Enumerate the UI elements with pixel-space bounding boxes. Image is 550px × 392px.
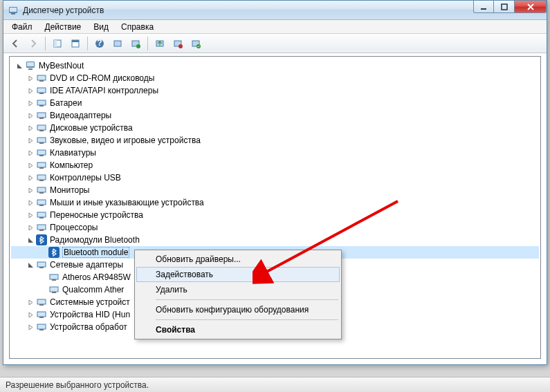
forward-button[interactable] <box>26 36 41 51</box>
computer-icon <box>25 60 36 71</box>
svg-rect-35 <box>39 155 44 156</box>
uninstall-button[interactable] <box>170 36 185 51</box>
toolbar-separator <box>87 37 88 50</box>
menu-help[interactable]: Справка <box>116 21 159 33</box>
device-category-icon <box>36 147 47 158</box>
show-hide-tree-button[interactable] <box>50 36 65 51</box>
expand-icon[interactable] <box>26 111 35 120</box>
svg-rect-28 <box>37 113 46 118</box>
toolbar-separator <box>45 37 46 50</box>
svg-rect-39 <box>39 180 44 181</box>
back-button[interactable] <box>8 36 23 51</box>
expand-icon[interactable] <box>26 174 35 182</box>
tree-category[interactable]: Компьютер <box>11 159 539 171</box>
context-menu-item[interactable]: Удалить <box>136 282 340 297</box>
expand-icon[interactable] <box>26 310 35 319</box>
tree-root[interactable]: MyBestNout <box>11 59 539 72</box>
svg-rect-22 <box>37 75 46 80</box>
context-menu-item[interactable]: Обновить конфигурацию оборудования <box>136 302 340 317</box>
enable-button[interactable] <box>188 36 203 51</box>
tree-category[interactable]: Мониторы <box>11 184 539 196</box>
tree-category[interactable]: Контроллеры USB <box>11 171 539 184</box>
device-icon <box>48 284 59 295</box>
tree-category[interactable]: Радиомодули Bluetooth <box>11 234 539 246</box>
svg-point-16 <box>178 44 183 48</box>
device-category-icon <box>36 309 47 320</box>
tree-category[interactable]: Батареи <box>11 97 539 109</box>
device-category-icon <box>36 209 47 221</box>
collapse-icon[interactable] <box>26 261 35 269</box>
minimize-button[interactable] <box>473 1 494 13</box>
menu-action[interactable]: Действие <box>39 21 87 33</box>
scan-hardware-button[interactable] <box>128 36 143 51</box>
expand-icon[interactable] <box>26 298 35 306</box>
properties-button[interactable] <box>68 36 83 51</box>
update-driver-button[interactable] <box>152 36 167 51</box>
app-icon <box>8 5 19 16</box>
help-button[interactable]: ? <box>92 36 107 51</box>
tree-category[interactable]: Процессоры <box>11 221 539 234</box>
context-menu-item[interactable]: Задействовать <box>136 267 340 282</box>
svg-rect-52 <box>50 274 58 279</box>
device-category-icon <box>36 259 47 270</box>
svg-rect-32 <box>37 138 46 142</box>
expand-icon[interactable] <box>26 198 35 207</box>
tree-category[interactable]: Мыши и иные указывающие устройства <box>11 196 539 209</box>
expand-icon[interactable] <box>26 161 35 169</box>
collapse-icon[interactable] <box>26 236 35 244</box>
expand-icon[interactable] <box>26 186 35 194</box>
svg-rect-26 <box>37 100 46 105</box>
device-category-icon <box>36 110 47 121</box>
device-category-icon <box>36 321 47 333</box>
svg-rect-38 <box>37 175 46 180</box>
svg-rect-57 <box>39 304 44 306</box>
svg-rect-11 <box>114 41 121 46</box>
svg-rect-56 <box>37 299 46 304</box>
svg-rect-2 <box>11 13 15 15</box>
device-category-icon <box>36 160 47 171</box>
expand-icon[interactable] <box>26 74 35 82</box>
close-button[interactable] <box>515 1 547 13</box>
svg-rect-45 <box>39 217 44 218</box>
menu-view[interactable]: Вид <box>88 21 114 33</box>
refresh-button[interactable] <box>110 36 125 51</box>
tree-category[interactable]: Дисковые устройства <box>11 122 539 134</box>
svg-rect-58 <box>37 312 46 317</box>
expand-icon[interactable] <box>26 223 35 232</box>
svg-rect-1 <box>10 8 17 12</box>
menu-separator <box>156 299 338 300</box>
device-icon <box>48 272 59 283</box>
expand-icon[interactable] <box>26 86 35 95</box>
expand-icon[interactable] <box>26 211 35 219</box>
svg-rect-8 <box>72 40 79 42</box>
svg-rect-41 <box>39 192 44 194</box>
svg-rect-50 <box>37 262 46 267</box>
device-category-icon <box>36 135 47 146</box>
expand-icon[interactable] <box>26 323 35 331</box>
svg-rect-54 <box>50 287 58 292</box>
tree-category[interactable]: Переносные устройства <box>11 209 539 221</box>
tree-category[interactable]: Видеоадаптеры <box>11 109 539 122</box>
context-menu-item[interactable]: Обновить драйверы... <box>136 252 340 267</box>
svg-rect-53 <box>52 279 56 281</box>
tree-category[interactable]: DVD и CD-ROM дисководы <box>11 72 539 84</box>
tree-category[interactable]: Звуковые, видео и игровые устройства <box>11 134 539 147</box>
tree-category[interactable]: Клавиатуры <box>11 147 539 159</box>
expand-icon[interactable] <box>26 149 35 157</box>
status-text: Разрешение выбранного устройства. <box>6 380 149 390</box>
svg-rect-40 <box>37 187 46 192</box>
svg-rect-44 <box>37 212 46 217</box>
device-category-icon <box>36 222 47 233</box>
tree-category[interactable]: IDE ATA/ATAPI контроллеры <box>11 84 539 97</box>
menu-separator <box>156 319 338 320</box>
maximize-button[interactable] <box>494 1 515 13</box>
device-icon <box>48 247 59 258</box>
expand-icon[interactable] <box>26 136 35 144</box>
device-category-icon <box>36 172 47 183</box>
expand-icon[interactable] <box>26 124 35 132</box>
svg-rect-46 <box>37 225 46 230</box>
expand-icon[interactable] <box>26 99 35 107</box>
menu-file[interactable]: Файл <box>6 21 38 33</box>
context-menu-item[interactable]: Свойства <box>136 322 340 337</box>
titlebar[interactable]: Диспетчер устройств <box>3 1 547 20</box>
